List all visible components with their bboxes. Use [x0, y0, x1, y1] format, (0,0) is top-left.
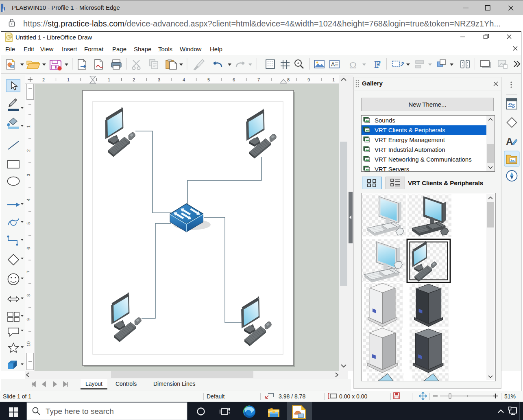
- svg-text:Type here to search: Type here to search: [46, 407, 114, 416]
- svg-text:1: 1: [26, 125, 31, 128]
- svg-text:A: A: [506, 136, 513, 147]
- svg-text:7: 7: [26, 271, 31, 273]
- svg-text:8: 8: [287, 77, 290, 82]
- svg-text:8: 8: [26, 294, 31, 297]
- svg-text:4: 4: [183, 77, 185, 82]
- svg-text:2: 2: [42, 77, 45, 82]
- svg-text:10: 10: [26, 341, 31, 346]
- svg-text:https://stg.practice-labs.com/: https://stg.practice-labs.com/device-adv…: [23, 19, 501, 28]
- svg-text:2: 2: [133, 77, 135, 82]
- svg-text:5: 5: [207, 77, 210, 82]
- svg-text:6: 6: [233, 77, 235, 82]
- svg-text:6: 6: [26, 247, 31, 249]
- svg-text:5: 5: [26, 222, 31, 225]
- svg-text:1: 1: [67, 77, 70, 82]
- svg-text:Untitled 1 - LibreOffice Draw: Untitled 1 - LibreOffice Draw: [15, 34, 92, 41]
- svg-text:3: 3: [26, 174, 31, 176]
- svg-text:F: F: [375, 59, 381, 70]
- svg-text:Ω: Ω: [349, 60, 357, 70]
- svg-text:A: A: [331, 61, 335, 68]
- svg-text:7: 7: [257, 77, 260, 82]
- svg-text:3: 3: [158, 77, 160, 82]
- svg-text:4: 4: [26, 199, 31, 201]
- svg-text:9: 9: [26, 318, 31, 321]
- svg-text:PLABWIN10 - Profile 1 - Micros: PLABWIN10 - Profile 1 - Microsoft Edge: [12, 4, 120, 11]
- svg-text:1: 1: [332, 77, 335, 82]
- svg-text:2: 2: [26, 149, 31, 152]
- svg-text:9: 9: [307, 77, 310, 82]
- svg-text:1: 1: [108, 77, 110, 82]
